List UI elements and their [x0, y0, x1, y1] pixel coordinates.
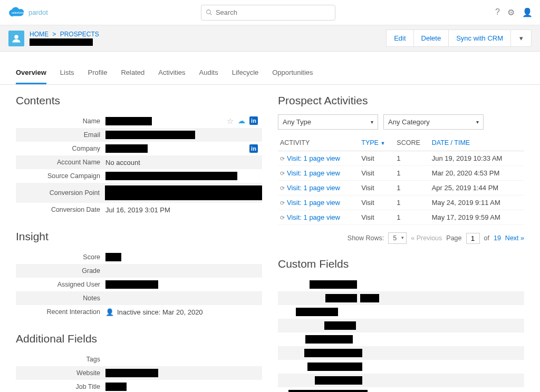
help-icon[interactable]: ? [495, 7, 500, 17]
search-input[interactable] [216, 8, 331, 16]
activity-row: ⟳Visit: 1 page viewVisit1May 17, 2019 9:… [278, 210, 524, 225]
activity-score: 1 [394, 181, 429, 195]
tab-audits[interactable]: Audits [199, 63, 218, 84]
activity-link[interactable]: Visit: 1 page view [287, 154, 340, 162]
row-campaign: Source Campaign [16, 169, 262, 183]
activity-link[interactable]: Visit: 1 page view [287, 213, 340, 221]
row-recent-interaction: Recent Interaction👤Inactive since: Mar 2… [16, 305, 262, 319]
custom-field-row [278, 278, 524, 291]
page-input[interactable] [466, 233, 480, 244]
custom-field-row [278, 305, 524, 319]
linkedin-icon[interactable]: in [249, 144, 258, 153]
user-icon[interactable]: 👤 [522, 7, 533, 17]
tab-opportunities[interactable]: Opportunities [272, 63, 313, 84]
refresh-icon: ⟳ [280, 155, 285, 162]
custom-field-row [278, 360, 524, 374]
custom-fields-heading: Custom Fields [278, 258, 524, 270]
activity-type: Visit [359, 166, 394, 181]
activity-score: 1 [394, 151, 429, 166]
edit-button[interactable]: Edit [386, 30, 413, 47]
activity-link[interactable]: Visit: 1 page view [287, 184, 340, 192]
tab-activities[interactable]: Activities [158, 63, 185, 84]
name-value-redacted [105, 117, 152, 125]
pager: Show Rows: 5 « Previous Page of 19 Next … [278, 232, 524, 244]
sort-desc-icon: ▼ [380, 141, 385, 146]
crumb-prospects[interactable]: PROSPECTS [60, 31, 99, 38]
col-score: SCORE [394, 135, 429, 151]
custom-field-redacted [324, 321, 356, 330]
rows-select[interactable]: 5 [388, 232, 407, 244]
top-icons: ? ⚙ 👤 [495, 7, 533, 17]
more-actions-button[interactable]: ▾ [510, 30, 532, 47]
col-type[interactable]: TYPE ▼ [359, 135, 394, 151]
show-rows-label: Show Rows: [348, 234, 384, 242]
custom-field-redacted [325, 294, 357, 302]
row-tags: Tags [16, 352, 262, 366]
col-date[interactable]: DATE / TIME [430, 135, 524, 151]
contents-rows: Name☆☁in Email Companyin Account NameNo … [16, 114, 262, 217]
crumb-sep: > [52, 31, 56, 38]
tab-related[interactable]: Related [121, 63, 144, 84]
activity-link[interactable]: Visit: 1 page view [287, 199, 340, 207]
custom-field-redacted [307, 362, 362, 371]
filter-type-select[interactable]: Any Type▾ [278, 114, 378, 130]
star-icon[interactable]: ☆ [227, 116, 234, 126]
activity-row: ⟳Visit: 1 page viewVisit1Apr 25, 2019 1:… [278, 181, 524, 195]
activity-row: ⟳Visit: 1 page viewVisit1May 24, 2019 9:… [278, 195, 524, 210]
custom-field-redacted [304, 349, 362, 357]
sync-crm-button[interactable]: Sync with CRM [448, 30, 510, 47]
row-notes: Notes [16, 291, 262, 305]
activity-date: May 24, 2019 9:11 AM [430, 195, 524, 210]
total-pages[interactable]: 19 [494, 234, 501, 242]
tab-overview[interactable]: Overview [16, 63, 46, 84]
insight-heading: Insight [16, 230, 262, 243]
conversion-date-value: Jul 16, 2019 3:01 PM [105, 206, 262, 214]
tab-lists[interactable]: Lists [60, 63, 74, 84]
custom-field-row [278, 319, 524, 332]
refresh-icon: ⟳ [280, 185, 285, 191]
right-column: Prospect Activities Any Type▾ Any Catego… [278, 94, 524, 392]
search-box[interactable] [201, 5, 335, 21]
job-value-redacted [105, 383, 127, 391]
activity-link[interactable]: Visit: 1 page view [287, 169, 340, 177]
row-conversion-point: Conversion Point [16, 183, 262, 203]
col-activity: ACTIVITY [278, 135, 359, 151]
activity-row: ⟳Visit: 1 page viewVisit1Jun 19, 2019 10… [278, 151, 524, 166]
logo[interactable]: salesforce pardot [7, 6, 48, 19]
prospect-avatar [8, 31, 24, 46]
prev-link[interactable]: « Previous [411, 234, 442, 242]
svg-line-2 [210, 13, 211, 15]
additional-rows: Tags Website Job Title [16, 352, 262, 392]
filter-category-select[interactable]: Any Category▾ [383, 114, 484, 130]
linkedin-icon[interactable]: in [249, 116, 258, 125]
additional-heading: Additional Fields [16, 332, 262, 345]
contents-heading: Contents [16, 94, 262, 107]
score-value-redacted [105, 253, 121, 261]
activity-score: 1 [394, 195, 429, 210]
caret-icon: ▾ [476, 119, 479, 125]
header-actions: Edit Delete Sync with CRM ▾ [386, 30, 532, 47]
tab-lifecycle[interactable]: Lifecycle [232, 63, 259, 84]
next-link[interactable]: Next » [505, 234, 524, 242]
website-value-redacted [105, 369, 158, 377]
caret-icon: ▾ [371, 119, 373, 125]
row-job-title: Job Title [16, 380, 262, 392]
row-website: Website [16, 366, 262, 380]
insight-rows: Score Grade Assigned User Notes Recent I… [16, 250, 262, 319]
row-company: Companyin [16, 142, 262, 155]
crumb-home[interactable]: HOME [30, 31, 49, 38]
gear-icon[interactable]: ⚙ [507, 7, 515, 17]
custom-field-redacted [315, 376, 362, 385]
salesforce-icon[interactable]: ☁ [238, 116, 245, 126]
recent-value: Inactive since: Mar 20, 2020 [117, 308, 203, 316]
tab-profile[interactable]: Profile [88, 63, 108, 84]
person-status-icon: 👤 [105, 308, 114, 316]
email-value-redacted [105, 131, 195, 139]
refresh-icon: ⟳ [280, 214, 285, 221]
activity-type: Visit [359, 151, 394, 166]
row-conversion-date: Conversion DateJul 16, 2019 3:01 PM [16, 203, 262, 217]
left-column: Contents Name☆☁in Email Companyin Accoun… [16, 94, 262, 392]
delete-button[interactable]: Delete [413, 30, 449, 47]
svg-point-1 [207, 10, 211, 14]
svg-point-3 [14, 35, 18, 39]
